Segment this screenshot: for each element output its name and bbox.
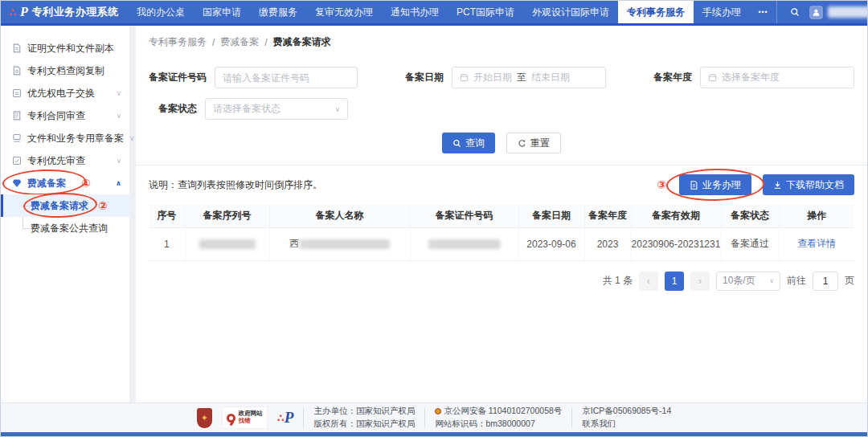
list-note: 说明：查询列表按照修改时间倒序排序。 xyxy=(149,178,322,192)
sidebar-item-doc-review-copy[interactable]: 专利文档查阅复制 xyxy=(1,59,129,82)
breadcrumb-item[interactable]: 专利事务服务 xyxy=(149,35,207,49)
annotation-step3: ③ xyxy=(657,178,666,191)
chevron-down-icon: ∨ xyxy=(116,112,121,120)
col-status: 备案状态 xyxy=(721,204,779,227)
filter-year: 备案年度 选择备案年度 xyxy=(653,67,854,88)
business-handle-button[interactable]: 业务办理 xyxy=(679,174,751,195)
cell-index: 1 xyxy=(149,227,185,260)
navbar-right: ∨ xyxy=(776,1,868,23)
sidebar-item-fee-reduction-public-query[interactable]: 费减备案公共查询 xyxy=(1,217,129,239)
next-page-button[interactable]: › xyxy=(690,272,710,291)
goto-page-input[interactable] xyxy=(813,272,838,291)
national-emblem-icon: ✦ xyxy=(197,408,212,428)
filter-cert-number: 备案证件号码 xyxy=(149,67,358,88)
magnifier-icon xyxy=(227,414,235,423)
search-icon[interactable] xyxy=(790,7,800,17)
cell-date: 2023-09-06 xyxy=(518,227,584,260)
start-date-placeholder[interactable]: 开始日期 xyxy=(473,71,512,84)
col-serial: 备案序列号 xyxy=(185,204,269,227)
cell-name-partially-redacted: 西 xyxy=(269,227,410,260)
calendar-icon xyxy=(460,73,469,82)
top-navbar: ∴ P 专利业务办理系统 我的办公桌 国家申请 缴费服务 复审无效办理 通知书办… xyxy=(1,1,867,23)
footer-host-block: 主办单位：国家知识产权局 版权所有：国家知识产权局 xyxy=(313,405,415,431)
nav-item-procedure[interactable]: 手续办理 xyxy=(694,1,750,23)
nav-item-my-desk[interactable]: 我的办公桌 xyxy=(128,1,194,23)
chevron-down-icon: ∨ xyxy=(334,105,340,113)
col-validity: 备案有效期 xyxy=(631,204,721,227)
chevron-down-icon: ∨ xyxy=(116,89,121,97)
nav-item-pct[interactable]: PCT国际申请 xyxy=(448,1,523,23)
footer-record-block: 京公网安备 11040102700058号 网站标识码：bm38000007 xyxy=(435,405,562,431)
status-select[interactable]: 请选择备案状态 ∨ xyxy=(205,98,348,120)
sidebar: 证明文件和文件副本 专利文档查阅复制 优先权电子交换 ∨ 专利合同审查 xyxy=(1,26,129,402)
nav-item-notice[interactable]: 通知书办理 xyxy=(382,1,448,23)
main-content: 专利事务服务 / 费减备案 / 费减备案请求 备案证件号码 备案日期 xyxy=(136,26,867,402)
document-copy-icon xyxy=(12,43,22,53)
sidebar-item-priority-exam[interactable]: 专利优先审查 ∨ xyxy=(1,149,129,172)
col-year: 备案年度 xyxy=(584,204,631,227)
nav-more-button[interactable]: ⋯ xyxy=(750,1,776,23)
footer-divider xyxy=(571,408,572,428)
download-help-button[interactable]: 下载帮助文档 xyxy=(763,174,854,195)
nav-item-fee-service[interactable]: 缴费服务 xyxy=(250,1,306,23)
cert-number-input[interactable] xyxy=(215,67,358,88)
footer-divider xyxy=(303,408,304,428)
user-avatar-icon xyxy=(809,6,823,19)
app-title: 专利业务办理系统 xyxy=(32,5,119,19)
logo-p-icon: P xyxy=(285,409,294,427)
icp-line: 京ICP备05069085号-14 xyxy=(582,405,671,418)
nav-item-national-apply[interactable]: 国家申请 xyxy=(194,1,250,23)
end-date-placeholder[interactable]: 结束日期 xyxy=(531,71,570,84)
page-footer: ✦ 政府网站 找错 ∴ P 主办单位：国家知识产权局 版权所有：国家知识产权局 … xyxy=(1,402,867,432)
nav-item-design-intl[interactable]: 外观设计国际申请 xyxy=(523,1,618,23)
year-placeholder: 选择备案年度 xyxy=(722,71,780,84)
cell-serial-redacted xyxy=(185,227,269,260)
cell-year: 2023 xyxy=(584,227,631,260)
exchange-icon xyxy=(12,88,22,98)
filter-date-range: 备案日期 开始日期 至 结束日期 xyxy=(405,67,606,88)
sidebar-item-cert-documents[interactable]: 证明文件和文件副本 xyxy=(1,37,129,59)
page-number-current[interactable]: 1 xyxy=(665,272,684,291)
fee-reduction-gem-icon xyxy=(12,178,22,188)
chevron-down-icon: ∨ xyxy=(116,157,121,165)
prev-page-button[interactable]: ‹ xyxy=(639,272,658,291)
page-body: 证明文件和文件副本 专利文档查阅复制 优先权电子交换 ∨ 专利合同审查 xyxy=(1,26,867,402)
contact-us-link[interactable]: 联系我们 xyxy=(582,418,671,431)
logo-dots-icon: ∴ xyxy=(277,412,285,424)
page-size-select[interactable]: 10条/页 ∨ xyxy=(716,272,780,291)
nav-item-patent-affairs[interactable]: 专利事务服务 xyxy=(618,1,694,23)
page-unit-label: 页 xyxy=(845,274,854,288)
cell-validity: 20230906-20231231 xyxy=(631,227,721,260)
footer-divider xyxy=(424,408,425,428)
chevron-down-icon: ∨ xyxy=(769,277,774,284)
year-picker[interactable]: 选择备案年度 xyxy=(700,67,854,88)
gov-site-error-report-badge[interactable]: 政府网站 找错 xyxy=(222,406,268,429)
fee-reduction-submenu: 费减备案请求 ② 费减备案公共查询 xyxy=(1,194,129,239)
breadcrumb: 专利事务服务 / 费减备案 / 费减备案请求 xyxy=(149,35,854,49)
search-button[interactable]: 查询 xyxy=(442,133,495,153)
breadcrumb-item[interactable]: 费减备案 xyxy=(220,35,259,49)
copyright-line: 版权所有：国家知识产权局 xyxy=(313,418,415,431)
view-detail-link[interactable]: 查看详情 xyxy=(797,238,836,249)
security-badge-icon xyxy=(435,408,441,415)
sidebar-item-seal-filing[interactable]: 文件和业务专用章备案 ∨ xyxy=(1,127,129,149)
annotation-step1: ① xyxy=(81,177,91,190)
date-range-picker[interactable]: 开始日期 至 结束日期 xyxy=(452,67,606,88)
col-index: 序号 xyxy=(149,204,185,227)
sidebar-item-fee-reduction-request[interactable]: 费减备案请求 ② xyxy=(1,194,129,217)
sidebar-item-priority-exchange[interactable]: 优先权电子交换 ∨ xyxy=(1,82,129,104)
nav-item-reexam[interactable]: 复审无效办理 xyxy=(306,1,382,23)
document-view-icon xyxy=(12,66,22,76)
cell-action: 查看详情 xyxy=(779,227,854,260)
footer-icp-block: 京ICP备05069085号-14 联系我们 xyxy=(582,405,671,431)
bottom-accent-strip xyxy=(1,432,867,436)
table-row: 1 西 2023-09-06 2023 20230906-20231231 备案… xyxy=(149,227,854,260)
app-logo: ∴ P 专利业务办理系统 xyxy=(1,1,128,23)
breadcrumb-current: 费减备案请求 xyxy=(273,35,331,49)
reset-button[interactable]: 重置 xyxy=(506,133,561,153)
host-line: 主办单位：国家知识产权局 xyxy=(313,405,415,418)
user-menu[interactable]: ∨ xyxy=(809,6,868,19)
sidebar-item-fee-reduction[interactable]: 费减备案 ① ∧ xyxy=(1,172,129,194)
site-code-line: 网站标识码：bm38000007 xyxy=(435,418,562,431)
sidebar-item-contract-review[interactable]: 专利合同审查 ∨ xyxy=(1,104,129,127)
